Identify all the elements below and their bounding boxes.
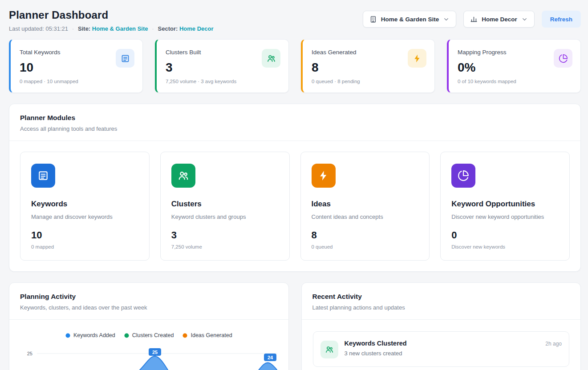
sector-label: Sector: — [158, 25, 178, 32]
module-subtext: 7,250 volume — [171, 244, 279, 249]
planning-activity-title: Planning Activity — [20, 293, 278, 301]
planning-activity-subtitle: Keywords, clusters, and ideas over the p… — [20, 304, 278, 311]
module-title: Keyword Opportunities — [451, 200, 559, 209]
header-left: Planner Dashboard Last updated: 05:31:21… — [9, 9, 214, 32]
pie-chart-icon — [554, 49, 572, 68]
module-description: Content ideas and concepts — [312, 213, 419, 220]
activity-item-keywords-clustered[interactable]: Keywords Clustered 3 new clusters create… — [313, 331, 570, 367]
module-card-clusters[interactable]: Clusters Keyword clusters and groups 3 7… — [160, 152, 290, 261]
planning-activity-panel: Planning Activity Keywords, clusters, an… — [9, 282, 289, 370]
activity-timestamp: 2h ago — [545, 340, 562, 347]
module-description: Discover new keyword opportunities — [451, 213, 559, 220]
sector-link[interactable]: Home Decor — [179, 25, 214, 32]
module-card-keywords[interactable]: Keywords Manage and discover keywords 10… — [20, 152, 150, 261]
users-icon — [262, 49, 280, 68]
planner-modules-panel: Planner Modules Access all planning tool… — [9, 104, 581, 272]
stat-subtext: 0 queued · 8 pending — [312, 79, 426, 84]
module-value: 10 — [31, 229, 138, 241]
activity-title: Keywords Clustered — [345, 340, 407, 347]
building-icon — [369, 16, 377, 23]
legend-item-keywords-added[interactable]: Keywords Added — [65, 332, 115, 338]
site-selector-label: Home & Garden Site — [381, 16, 439, 23]
refresh-button[interactable]: Refresh — [542, 11, 581, 28]
legend-label: Keywords Added — [73, 332, 115, 338]
users-icon — [320, 341, 338, 358]
panel-header: Planning Activity Keywords, clusters, an… — [9, 283, 288, 319]
recent-activity-title: Recent Activity — [312, 293, 570, 301]
module-title: Keywords — [31, 200, 138, 209]
page-title: Planner Dashboard — [9, 9, 214, 21]
legend-label: Ideas Generated — [191, 332, 232, 338]
stat-card-mapping-progress: Mapping Progress 0% 0 of 10 keywords map… — [447, 39, 581, 93]
module-title: Clusters — [171, 200, 279, 209]
bottom-row: Planning Activity Keywords, clusters, an… — [9, 282, 581, 370]
last-updated-text: Last updated: 05:31:21 — [9, 25, 68, 32]
module-card-keyword-opportunities[interactable]: Keyword Opportunities Discover new keywo… — [440, 152, 570, 261]
chevron-down-icon — [521, 16, 528, 23]
chevron-down-icon — [443, 16, 450, 23]
legend-item-ideas-generated[interactable]: Ideas Generated — [182, 332, 232, 338]
panel-header: Recent Activity Latest planning actions … — [302, 283, 581, 319]
page-header: Planner Dashboard Last updated: 05:31:21… — [9, 9, 581, 32]
activity-list: Keywords Clustered 3 new clusters create… — [302, 320, 581, 370]
svg-text:24: 24 — [268, 355, 273, 360]
lightning-icon — [408, 49, 426, 68]
data-label-peak-1: 25 — [149, 348, 161, 356]
modules-subtitle: Access all planning tools and features — [20, 125, 570, 132]
document-icon — [31, 164, 55, 188]
module-subtext: 0 mapped — [31, 244, 138, 249]
modules-title: Planner Modules — [20, 114, 570, 122]
stat-card-ideas-generated: Ideas Generated 8 0 queued · 8 pending — [301, 39, 435, 93]
stat-card-clusters-built: Clusters Built 3 7,250 volume · 3 avg ke… — [155, 39, 289, 93]
module-subtext: 0 queued — [312, 244, 419, 249]
site-label: Site: — [78, 25, 90, 32]
activity-text: Keywords Clustered 3 new clusters create… — [345, 340, 407, 357]
y-axis-tick: 25 — [27, 351, 32, 356]
sector-meta: Sector: Home Decor — [158, 25, 214, 32]
site-meta: Site: Home & Garden Site — [78, 25, 148, 32]
site-selector[interactable]: Home & Garden Site — [363, 11, 457, 28]
legend-dot — [65, 333, 70, 338]
meta-separator: · — [152, 26, 154, 32]
document-icon — [116, 49, 134, 68]
sector-selector[interactable]: Home Decor — [463, 11, 535, 28]
module-description: Manage and discover keywords — [31, 213, 138, 220]
sector-selector-label: Home Decor — [482, 16, 517, 23]
stats-row: Total Keywords 10 0 mapped · 10 unmapped… — [9, 39, 581, 93]
pie-chart-icon — [451, 164, 475, 188]
header-actions: Home & Garden Site Home Decor Refresh — [363, 9, 581, 28]
planner-dashboard-page: Planner Dashboard Last updated: 05:31:21… — [0, 0, 588, 370]
module-card-ideas[interactable]: Ideas Content ideas and concepts 8 0 que… — [300, 152, 430, 261]
modules-grid: Keywords Manage and discover keywords 10… — [9, 141, 580, 271]
site-link[interactable]: Home & Garden Site — [92, 25, 148, 32]
panel-header: Planner Modules Access all planning tool… — [9, 104, 580, 141]
chart-area: 25 25 24 — [9, 338, 288, 370]
stat-card-total-keywords: Total Keywords 10 0 mapped · 10 unmapped — [9, 39, 143, 93]
legend-item-clusters-created[interactable]: Clusters Created — [124, 332, 174, 338]
activity-description: 3 new clusters created — [345, 350, 407, 357]
module-description: Keyword clusters and groups — [171, 213, 279, 220]
planning-activity-chart: 25 25 24 — [18, 343, 277, 370]
users-icon — [171, 164, 195, 188]
module-value: 0 — [451, 229, 559, 241]
module-value: 3 — [171, 229, 279, 241]
module-value: 8 — [312, 229, 419, 241]
bar-chart-icon — [470, 16, 478, 23]
legend-dot — [124, 333, 129, 338]
header-meta: Last updated: 05:31:21 · Site: Home & Ga… — [9, 25, 214, 32]
svg-text:25: 25 — [152, 350, 158, 355]
lightning-icon — [312, 164, 336, 188]
module-subtext: Discover new keywords — [451, 244, 559, 249]
legend-dot — [182, 333, 187, 338]
recent-activity-panel: Recent Activity Latest planning actions … — [301, 282, 581, 370]
chart-legend: Keywords Added Clusters Created Ideas Ge… — [9, 320, 288, 338]
recent-activity-subtitle: Latest planning actions and updates — [312, 304, 570, 311]
module-title: Ideas — [312, 200, 419, 209]
stat-subtext: 0 of 10 keywords mapped — [458, 79, 572, 84]
legend-label: Clusters Created — [132, 332, 174, 338]
stat-subtext: 0 mapped · 10 unmapped — [20, 79, 134, 84]
meta-separator: · — [72, 26, 74, 32]
keywords-added-series — [36, 356, 277, 370]
data-label-peak-2: 24 — [264, 354, 276, 361]
stat-subtext: 7,250 volume · 3 avg keywords — [166, 79, 280, 84]
